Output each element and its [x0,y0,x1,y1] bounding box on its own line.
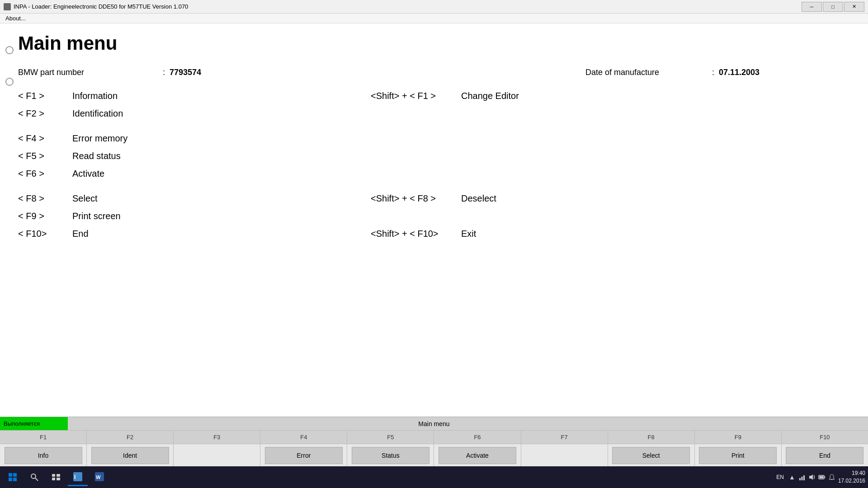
menu-row-7[interactable]: < F8 >Select<Shift> + < F8 >Deselect [18,193,850,204]
menu-label-8: Print screen [72,211,121,221]
minimize-button[interactable]: ─ [802,2,822,12]
svg-rect-15 [801,477,802,480]
fbtn-cell-1: Ident [87,444,174,466]
fbtn-cell-7: Select [608,444,695,466]
taskbar: I W EN ▲ 19:40 17.02.2016 [0,466,868,488]
menu-key-1: < F2 > [18,108,72,119]
fbtn-cell-8: Print [695,444,782,466]
fkey-F5: F5 [347,431,434,444]
menu-key-7: < F8 > [18,193,72,204]
menu-label-0: Information [72,91,118,101]
menu-key-0: < F1 > [18,91,72,101]
svg-rect-9 [57,478,60,480]
fkey-F9: F9 [695,431,782,444]
fkey-F4: F4 [260,431,347,444]
fbtn-status[interactable]: Status [352,447,429,464]
tray-icon-battery[interactable] [818,474,826,481]
fbtn-end[interactable]: End [786,447,863,464]
date-of-manufacture-label: Date of manufacture [585,68,712,77]
fkey-F7: F7 [521,431,608,444]
menu-key-8: < F9 > [18,211,72,221]
menu-row-right-0: <Shift> + < F1 >Change Editor [371,91,519,101]
menu-label-3: Error memory [72,133,127,144]
menu-label-7: Select [72,193,98,204]
fbuttons-row: InfoIdentErrorStatusActivateSelectPrintE… [0,444,868,466]
info-row: BMW part number : 7793574 Date of manufa… [18,68,850,77]
close-button[interactable]: ✕ [844,2,864,12]
menu-key-9: < F10> [18,229,72,239]
menu-label-9: End [72,229,89,239]
menu-row-5[interactable]: < F6 >Activate [18,169,850,179]
search-button[interactable] [24,468,44,486]
tray-icon-notifications[interactable] [828,474,835,481]
fbtn-ident[interactable]: Ident [91,447,169,464]
bmw-part-number-label: BMW part number [18,68,163,77]
fkey-F3: F3 [174,431,260,444]
tray-icon-network[interactable] [798,474,806,481]
fkey-F8: F8 [608,431,695,444]
taskbar-app-word[interactable]: W [90,468,109,486]
menu-row-right-9: <Shift> + < F10>Exit [371,229,476,239]
fkey-F6: F6 [434,431,521,444]
menu-key-3: < F4 > [18,133,72,144]
taskbar-app-inpa[interactable]: I [68,468,88,486]
svg-line-5 [35,478,38,481]
svg-text:I: I [74,474,75,480]
fbtn-error[interactable]: Error [265,447,343,464]
maximize-button[interactable]: □ [823,2,843,12]
fkey-F10: F10 [782,431,868,444]
menu-label-1: Identification [72,108,123,119]
start-button[interactable] [3,468,23,486]
fbtn-print[interactable]: Print [699,447,777,464]
menu-bar: About... [0,14,868,23]
fbtn-activate[interactable]: Activate [439,447,516,464]
about-menu-item[interactable]: About... [2,14,29,23]
menu-row-9[interactable]: < F10>End<Shift> + < F10>Exit [18,229,850,239]
executing-label: Выполняется [0,417,68,430]
tray-icon-up[interactable]: ▲ [788,474,796,481]
task-view-button[interactable] [46,468,66,486]
svg-marker-17 [809,474,813,480]
fbtn-cell-4: Status [347,444,434,466]
window-title: INPA - Loader: Engineelectronic DDE50 fo… [14,3,188,10]
svg-rect-3 [13,478,17,481]
date-colon: : [712,68,714,77]
title-bar: INPA - Loader: Engineelectronic DDE50 fo… [0,0,868,14]
menu-right-label-9: Exit [461,229,476,239]
fbtn-info[interactable]: Info [5,447,82,464]
main-content: Main menu BMW part number : 7793574 Date… [0,23,868,417]
status-center-label: Main menu [418,420,449,427]
menu-row-1[interactable]: < F2 >Identification [18,108,850,119]
menu-right-key-9: <Shift> + < F10> [371,229,461,239]
menu-row-4[interactable]: < F5 >Read status [18,151,850,161]
svg-rect-16 [803,475,805,480]
menu-right-key-7: <Shift> + < F8 > [371,193,461,204]
taskbar-clock: 19:40 17.02.2016 [838,469,865,485]
circle-indicator-1 [5,46,14,54]
status-bar: Выполняется Main menu [0,417,868,430]
fbtn-cell-0: Info [0,444,87,466]
tray-icon-volume[interactable] [808,474,816,481]
svg-rect-7 [57,474,60,477]
fbtn-select[interactable]: Select [612,447,690,464]
menu-key-4: < F5 > [18,151,72,161]
svg-rect-0 [9,473,12,477]
lang-indicator: EN [776,474,784,480]
app-icon [4,3,11,10]
menu-row-3[interactable]: < F4 >Error memory [18,133,850,144]
system-tray: EN ▲ 19:40 17.02.2016 [776,469,865,485]
fbtn-cell-9: End [782,444,868,466]
svg-point-4 [31,474,36,479]
page-title: Main menu [18,33,850,54]
fbtn-cell-5: Activate [434,444,521,466]
svg-rect-8 [52,478,55,480]
fkey-F1: F1 [0,431,87,444]
svg-rect-19 [819,476,823,479]
menu-right-key-0: <Shift> + < F1 > [371,91,461,101]
clock-time: 19:40 [852,469,865,477]
menu-row-8[interactable]: < F9 >Print screen [18,211,850,221]
circle-indicator-2 [5,78,14,86]
clock-date: 17.02.2016 [838,477,865,485]
menu-label-5: Activate [72,169,104,179]
menu-row-0[interactable]: < F1 >Information<Shift> + < F1 >Change … [18,91,850,101]
